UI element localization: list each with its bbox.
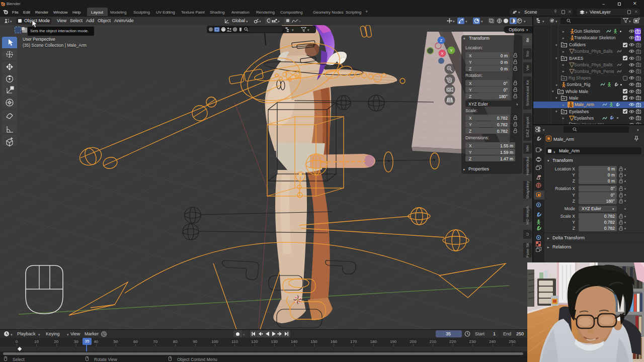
svg-text:X: X xyxy=(441,51,444,56)
svg-text:Y: Y xyxy=(450,48,453,53)
svg-text:Z: Z xyxy=(440,38,443,43)
